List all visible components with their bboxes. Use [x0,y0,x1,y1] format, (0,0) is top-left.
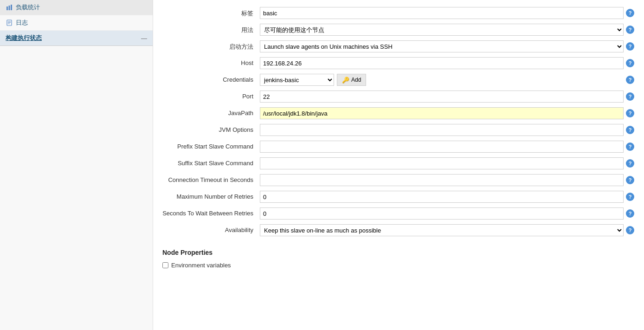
sidebar-section-build-status: 构建执行状态 — [0,31,153,46]
usage-field: 尽可能的使用这个节点 只允许运行绑定到这台机器的Job [260,24,624,36]
launch-help-icon[interactable]: ? [626,42,634,51]
sidebar-item-log-label: 日志 [16,19,28,27]
sidebar: 负载统计 日志 构建执行状态 — [0,0,153,330]
tag-help-icon[interactable]: ? [626,9,634,17]
max-retries-row: Maximum Number of Retries ? [162,188,635,205]
availability-row: Availability Keep this slave on-line as … [162,222,635,239]
connection-timeout-row: Connection Timeout in Seconds ? [162,172,635,188]
wait-between-help-icon[interactable]: ? [626,209,634,218]
connection-timeout-field [260,174,624,186]
svg-rect-1 [9,6,10,10]
build-status-title[interactable]: 构建执行状态 [6,34,42,42]
availability-label: Availability [162,224,260,233]
launch-row: 启动方法 Launch slave agents on Unix machine… [162,38,635,55]
credentials-row: Credentials jenkins-basic 🔑 Add ? [162,71,635,88]
launch-select[interactable]: Launch slave agents on Unix machines via… [260,40,624,52]
jvm-options-help-icon[interactable]: ? [626,126,634,134]
port-help-icon[interactable]: ? [626,92,634,101]
max-retries-help-icon[interactable]: ? [626,193,634,201]
host-input[interactable] [260,57,624,69]
key-icon: 🔑 [342,77,349,84]
wait-between-field [260,207,624,220]
suffix-slave-help-icon[interactable]: ? [626,159,634,168]
javapath-label: JavaPath [162,107,260,116]
credentials-label: Credentials [162,74,260,83]
suffix-slave-row: Suffix Start Slave Command ? [162,155,635,172]
javapath-help-icon[interactable]: ? [626,109,634,117]
prefix-slave-label: Prefix Start Slave Command [162,141,260,150]
credentials-help-icon[interactable]: ? [626,76,634,84]
host-field [260,57,624,69]
suffix-slave-input[interactable] [260,157,624,169]
usage-row: 用法 尽可能的使用这个节点 只允许运行绑定到这台机器的Job ? [162,21,635,38]
tag-row: 标签 ? [162,5,635,21]
prefix-slave-field [260,141,624,153]
jvm-options-row: JVM Options ? [162,122,635,138]
credentials-select[interactable]: jenkins-basic [260,74,334,86]
max-retries-label: Maximum Number of Retries [162,191,260,200]
javapath-row: JavaPath ? [162,105,635,122]
sidebar-item-load-stats-label: 负载统计 [16,3,40,12]
tag-label: 标签 [162,7,260,18]
add-button-label: Add [351,77,361,83]
port-input[interactable] [260,91,624,103]
suffix-slave-field [260,157,624,169]
javapath-field [260,107,624,119]
jvm-options-input[interactable] [260,124,624,136]
wait-between-input[interactable] [260,207,624,220]
availability-help-icon[interactable]: ? [626,226,634,234]
connection-timeout-label: Connection Timeout in Seconds [162,174,260,183]
max-retries-field [260,191,624,203]
usage-label: 用法 [162,24,260,34]
tag-field [260,7,624,19]
port-field [260,91,624,103]
connection-timeout-help-icon[interactable]: ? [626,176,634,184]
jvm-options-field [260,124,624,136]
prefix-slave-help-icon[interactable]: ? [626,142,634,151]
suffix-slave-label: Suffix Start Slave Command [162,157,260,167]
chart-icon [6,4,13,11]
tag-input[interactable] [260,7,624,19]
node-properties-title: Node Properties [162,244,635,259]
env-variables-checkbox[interactable] [162,262,168,268]
launch-label: 启动方法 [162,40,260,51]
host-row: Host ? [162,55,635,71]
port-row: Port ? [162,88,635,105]
log-icon [6,19,13,26]
port-label: Port [162,91,260,100]
env-variables-row: Environment variables [162,259,635,272]
add-credentials-button[interactable]: 🔑 Add [337,74,366,86]
host-help-icon[interactable]: ? [626,59,634,67]
jvm-options-label: JVM Options [162,124,260,133]
credentials-field: jenkins-basic 🔑 Add [260,74,624,86]
connection-timeout-input[interactable] [260,174,624,186]
svg-rect-2 [11,5,12,10]
usage-help-icon[interactable]: ? [626,26,634,34]
usage-select[interactable]: 尽可能的使用这个节点 只允许运行绑定到这台机器的Job [260,24,624,36]
prefix-slave-row: Prefix Start Slave Command ? [162,138,635,155]
env-variables-label: Environment variables [171,262,231,269]
wait-between-row: Seconds To Wait Between Retries ? [162,205,635,222]
availability-select[interactable]: Keep this slave on-line as much as possi… [260,224,624,236]
sidebar-item-load-stats[interactable]: 负载统计 [0,0,153,15]
main-content: 标签 ? 用法 尽可能的使用这个节点 只允许运行绑定到这台机器的Job ? 启动… [153,0,644,330]
sidebar-item-log[interactable]: 日志 [0,15,153,31]
minus-icon[interactable]: — [141,35,147,42]
prefix-slave-input[interactable] [260,141,624,153]
max-retries-input[interactable] [260,191,624,203]
wait-between-label: Seconds To Wait Between Retries [162,207,260,217]
host-label: Host [162,57,260,66]
svg-rect-0 [6,6,8,10]
launch-field: Launch slave agents on Unix machines via… [260,40,624,52]
availability-field: Keep this slave on-line as much as possi… [260,224,624,236]
javapath-input[interactable] [260,107,624,119]
